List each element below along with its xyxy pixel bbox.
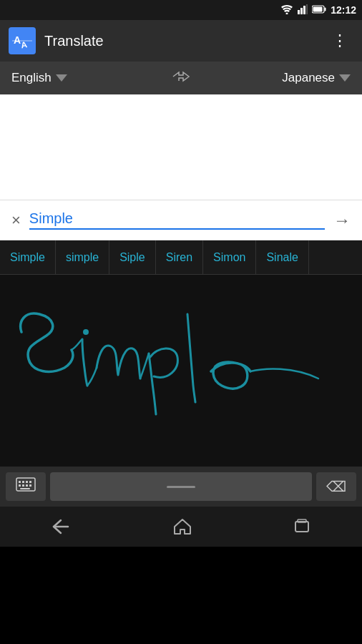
- keyboard-bar: ⌫: [0, 467, 362, 507]
- spacebar-button[interactable]: [50, 472, 312, 501]
- suggestions-bar: Simple simple Siple Siren Simon Sinale: [0, 240, 362, 275]
- nav-bar: [0, 507, 362, 547]
- suggestion-1[interactable]: simple: [56, 240, 109, 274]
- suggestion-2[interactable]: Siple: [109, 240, 156, 274]
- app-bar: A A Translate ⋮: [0, 20, 362, 62]
- svg-point-0: [286, 12, 288, 14]
- svg-rect-18: [19, 484, 21, 487]
- target-language-label: Japanese: [282, 71, 335, 85]
- target-language-button[interactable]: Japanese: [197, 71, 356, 85]
- svg-rect-14: [19, 481, 21, 483]
- svg-rect-3: [303, 6, 305, 14]
- source-lang-arrow-icon: [56, 74, 67, 82]
- svg-rect-16: [26, 481, 28, 483]
- time-display: 12:12: [331, 4, 356, 16]
- svg-marker-24: [175, 519, 190, 534]
- home-button[interactable]: [159, 512, 206, 541]
- overflow-menu-icon[interactable]: ⋮: [326, 29, 353, 53]
- svg-rect-20: [26, 484, 28, 487]
- language-bar: English Japanese: [0, 62, 362, 94]
- svg-rect-22: [20, 488, 30, 489]
- status-bar: 12:12: [0, 0, 362, 20]
- back-button[interactable]: [36, 513, 85, 540]
- svg-rect-19: [22, 484, 24, 487]
- recents-button[interactable]: [280, 513, 326, 540]
- clear-input-button[interactable]: ×: [9, 208, 24, 233]
- spacebar-line: [167, 486, 195, 488]
- keyboard-icon: [16, 477, 36, 496]
- svg-rect-21: [29, 484, 31, 487]
- source-language-button[interactable]: English: [6, 71, 165, 85]
- wifi-icon: [280, 4, 293, 16]
- submit-translation-button[interactable]: →: [331, 208, 353, 233]
- signal-icon: [298, 4, 308, 16]
- battery-icon: [312, 5, 326, 16]
- suggestion-5[interactable]: Sinale: [256, 240, 308, 274]
- svg-point-12: [83, 329, 89, 335]
- source-language-label: English: [11, 71, 52, 85]
- swap-languages-button[interactable]: [165, 69, 197, 87]
- suggestion-0[interactable]: Simple: [0, 240, 56, 274]
- suggestion-4[interactable]: Simon: [203, 240, 256, 274]
- svg-rect-6: [325, 7, 326, 11]
- keyboard-toggle-button[interactable]: [6, 472, 46, 501]
- svg-rect-7: [313, 6, 323, 11]
- translation-area[interactable]: [0, 94, 362, 200]
- backspace-icon: ⌫: [326, 478, 346, 495]
- svg-rect-2: [300, 8, 303, 14]
- suggestion-3[interactable]: Siren: [156, 240, 203, 274]
- svg-rect-17: [29, 481, 31, 483]
- text-input[interactable]: [29, 210, 325, 230]
- backspace-button[interactable]: ⌫: [316, 472, 356, 501]
- svg-rect-15: [22, 481, 24, 483]
- handwriting-svg: [0, 275, 362, 467]
- handwriting-canvas[interactable]: [0, 275, 362, 467]
- app-title: Translate: [44, 33, 318, 49]
- input-area: × →: [0, 200, 362, 240]
- target-lang-arrow-icon: [339, 74, 351, 82]
- svg-rect-1: [298, 10, 300, 14]
- svg-rect-25: [295, 522, 308, 532]
- app-icon: A A: [9, 27, 36, 54]
- svg-rect-4: [306, 4, 308, 14]
